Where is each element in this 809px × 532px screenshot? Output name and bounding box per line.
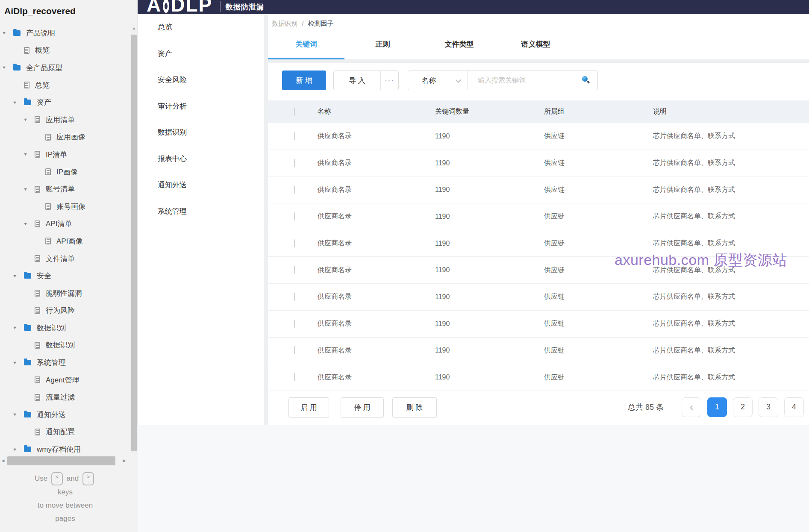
breadcrumb-parent[interactable]: 数据识别 xyxy=(272,20,297,27)
cell-name: 供应商名录 xyxy=(318,212,435,221)
table-row: 供应商名录1190供应链芯片供应商名单、联系方式 xyxy=(268,203,809,230)
tree-item-page[interactable]: IP画像 xyxy=(0,163,128,181)
delete-button[interactable]: 删 除 xyxy=(392,397,437,418)
row-checkbox[interactable] xyxy=(294,266,295,274)
menu-item-7[interactable]: 通知外送 xyxy=(138,172,264,198)
previous-page-button[interactable]: ‹ xyxy=(682,397,701,417)
row-checkbox[interactable] xyxy=(294,373,295,381)
tree-item-page[interactable]: API画像 xyxy=(0,232,128,250)
tree-item-folder[interactable]: ▼安全 xyxy=(0,267,128,285)
search-input[interactable] xyxy=(468,76,581,84)
row-checkbox[interactable] xyxy=(294,346,295,354)
page-button-1[interactable]: 1 xyxy=(707,397,727,417)
table-row: 供应商名录1190供应链芯片供应商名单、联系方式 xyxy=(268,284,809,311)
vertical-scrollbar-thumb[interactable] xyxy=(131,35,137,451)
tree-item-page[interactable]: 总览 xyxy=(0,76,128,94)
expand-arrow-icon: ▼ xyxy=(12,412,25,417)
scroll-left-arrow-icon[interactable]: ◀ xyxy=(0,456,6,466)
tree-item-folder[interactable]: ▼wmy存档使用 xyxy=(0,441,128,458)
tree-item-label: API画像 xyxy=(56,236,82,246)
expand-arrow-icon: ▼ xyxy=(23,118,36,122)
cell-desc: 芯片供应商名单、联系方式 xyxy=(653,292,809,301)
menu-item-6[interactable]: 报表中心 xyxy=(138,146,264,172)
add-button[interactable]: 新 增 xyxy=(282,71,326,90)
search-icon[interactable] xyxy=(581,76,591,85)
chevron-down-icon xyxy=(456,77,461,83)
tree-item-page[interactable]: 数据识别 xyxy=(0,337,128,354)
tree-item-page[interactable]: 通知配置 xyxy=(0,423,128,441)
more-actions-button[interactable]: ··· xyxy=(381,71,398,90)
tree-item-page[interactable]: ▼IP清单 xyxy=(0,146,128,163)
search-field-select[interactable]: 名称 xyxy=(408,71,468,90)
scroll-right-arrow-icon[interactable]: ▶ xyxy=(121,456,127,466)
scroll-up-arrow-icon[interactable]: ▲ xyxy=(130,24,138,33)
tree-item-folder[interactable]: ▼通知外送 xyxy=(0,406,128,423)
tab-bar: 关键词正则文件类型语义模型 xyxy=(268,31,809,59)
help-word-pages: pages xyxy=(0,512,130,525)
tree-item-label: 总览 xyxy=(35,80,50,90)
owl-eye-icon xyxy=(163,0,169,13)
column-header-group: 所属组 xyxy=(544,107,653,116)
page-icon xyxy=(35,307,40,314)
page-button-2[interactable]: 2 xyxy=(733,397,753,417)
row-checkbox[interactable] xyxy=(294,185,295,194)
enable-button[interactable]: 启 用 xyxy=(288,397,329,418)
tree-item-folder[interactable]: ▼资产 xyxy=(0,94,128,111)
tree-item-page[interactable]: Agent管理 xyxy=(0,371,128,389)
watermark: axurehub.com 原型资源站 xyxy=(615,250,787,270)
page-icon xyxy=(24,47,29,54)
screen: AiDlp_recovered ▼产品说明概览▼全产品原型总览▼资产▼应用清单应… xyxy=(0,0,809,532)
horizontal-scrollbar-thumb[interactable] xyxy=(7,456,115,465)
tree-item-page[interactable]: 应用画像 xyxy=(0,129,128,146)
tree-item-page[interactable]: 行为风险 xyxy=(0,302,128,320)
row-checkbox[interactable] xyxy=(294,212,295,220)
menu-item-1[interactable]: 总览 xyxy=(138,14,264,41)
menu-item-5[interactable]: 数据识别 xyxy=(138,119,264,146)
page-icon xyxy=(45,238,51,244)
row-checkbox[interactable] xyxy=(294,132,295,140)
expand-arrow-icon: ▼ xyxy=(12,274,25,278)
page-icon xyxy=(35,429,40,435)
breadcrumb: 数据识别 / 检测因子 xyxy=(268,14,809,31)
disable-button[interactable]: 停 用 xyxy=(341,397,384,418)
tree-item-page[interactable]: ▼应用清单 xyxy=(0,111,128,129)
tree-item-page[interactable]: ▼账号清单 xyxy=(0,180,128,198)
folder-icon xyxy=(13,65,21,71)
menu-item-2[interactable]: 资产 xyxy=(138,41,264,67)
cell-name: 供应商名录 xyxy=(318,239,435,248)
cell-desc: 芯片供应商名单、联系方式 xyxy=(653,239,809,248)
tab-2[interactable]: 正则 xyxy=(344,31,421,59)
row-checkbox[interactable] xyxy=(294,159,295,167)
tree-item-folder[interactable]: ▼全产品原型 xyxy=(0,59,128,76)
app-subtitle: 数据防泄漏 xyxy=(226,2,264,12)
tree-item-page[interactable]: 文件清单 xyxy=(0,250,128,267)
cell-group: 供应链 xyxy=(544,132,653,141)
menu-item-8[interactable]: 系统管理 xyxy=(138,198,264,225)
row-checkbox[interactable] xyxy=(294,320,295,328)
tree-item-label: 账号清单 xyxy=(46,184,75,194)
table-row: 供应商名录1190供应链芯片供应商名单、联系方式 xyxy=(268,150,809,177)
tree-item-page[interactable]: 概览 xyxy=(0,42,128,59)
folder-icon xyxy=(24,360,31,365)
page-button-4[interactable]: 4 xyxy=(784,397,804,417)
tree-item-folder[interactable]: ▼产品说明 xyxy=(0,24,128,42)
menu-item-4[interactable]: 审计分析 xyxy=(138,93,264,120)
cell-desc: 芯片供应商名单、联系方式 xyxy=(653,319,809,328)
tab-3[interactable]: 文件类型 xyxy=(421,31,497,59)
tree-item-folder[interactable]: ▼系统管理 xyxy=(0,354,128,371)
sidebar-vertical-scrollbar[interactable]: ▲ xyxy=(130,24,138,453)
tab-1[interactable]: 关键词 xyxy=(268,31,344,59)
menu-item-3[interactable]: 安全风险 xyxy=(138,67,264,93)
tree-item-page[interactable]: 脆弱性漏洞 xyxy=(0,285,128,302)
row-checkbox[interactable] xyxy=(294,293,295,301)
tree-item-page[interactable]: ▼API清单 xyxy=(0,215,128,233)
row-checkbox[interactable] xyxy=(294,239,295,247)
select-all-checkbox[interactable] xyxy=(294,108,295,116)
import-button[interactable]: 导 入 xyxy=(334,71,381,90)
sidebar-horizontal-scrollbar[interactable]: ◀ ▶ xyxy=(0,456,130,466)
tree-item-page[interactable]: 账号画像 xyxy=(0,198,128,215)
page-button-3[interactable]: 3 xyxy=(759,397,778,417)
tree-item-page[interactable]: 流量过滤 xyxy=(0,388,128,406)
tree-item-folder[interactable]: ▼数据识别 xyxy=(0,319,128,337)
tab-4[interactable]: 语义模型 xyxy=(497,31,574,59)
